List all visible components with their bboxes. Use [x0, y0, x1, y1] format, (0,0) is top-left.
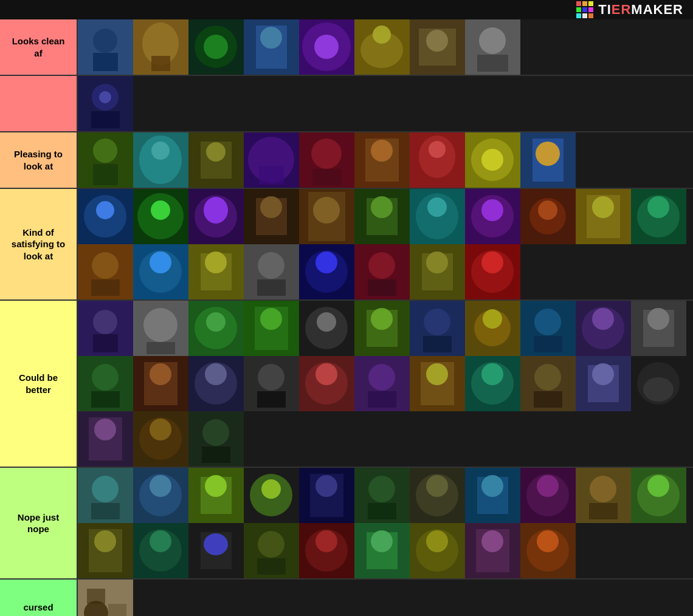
- tier-item: [78, 580, 133, 616]
- tier-item: [465, 356, 520, 411]
- tier-item: [78, 132, 133, 188]
- svg-rect-26: [91, 111, 120, 128]
- svg-point-104: [368, 252, 395, 279]
- tier-item: [465, 19, 520, 75]
- tier-item: [299, 189, 354, 244]
- tier-items-e: [78, 580, 693, 616]
- tier-item: [188, 132, 244, 188]
- svg-rect-147: [91, 391, 120, 408]
- tier-item: [520, 132, 576, 188]
- tier-label-b: Kind ofsatisfying tolook at: [0, 189, 78, 299]
- tier-item: [520, 356, 576, 411]
- tier-label-c: Could bebetter: [0, 301, 78, 467]
- svg-point-141: [592, 308, 614, 330]
- svg-point-174: [592, 363, 614, 385]
- svg-point-81: [538, 200, 557, 220]
- tier-item: [133, 132, 188, 188]
- tier-item: [188, 468, 244, 523]
- svg-point-192: [150, 475, 171, 497]
- tier-item: [465, 468, 520, 523]
- svg-point-146: [92, 364, 119, 391]
- svg-point-57: [96, 201, 114, 219]
- tier-item: [133, 189, 188, 244]
- tier-item: [133, 301, 188, 356]
- tiermaker-logo: TiERMAKER: [576, 1, 683, 18]
- tier-item: [133, 356, 188, 411]
- svg-point-207: [426, 475, 448, 497]
- svg-rect-2: [93, 53, 118, 71]
- tier-item: [520, 301, 576, 356]
- svg-point-102: [315, 252, 337, 273]
- svg-point-78: [481, 199, 503, 221]
- svg-rect-30: [93, 164, 118, 185]
- tier-item: [299, 356, 354, 411]
- tier-item: [188, 411, 244, 467]
- tier-item: [354, 189, 410, 244]
- tier-items-c: [78, 301, 693, 467]
- svg-point-240: [426, 530, 448, 552]
- svg-point-213: [537, 475, 559, 497]
- empty-space: [133, 580, 693, 616]
- svg-point-66: [260, 196, 282, 218]
- tier-item: [188, 301, 244, 356]
- svg-point-165: [426, 363, 448, 385]
- tier-item: [78, 523, 133, 578]
- tier-item: [631, 468, 686, 523]
- svg-point-234: [315, 530, 337, 552]
- tier-label-e: cursed: [0, 580, 78, 616]
- tier-item: [299, 244, 354, 299]
- tier-row-c: Could bebetter: [0, 301, 693, 468]
- tier-item: [410, 301, 465, 356]
- svg-rect-162: [368, 391, 396, 408]
- tier-items-s2: [78, 76, 693, 131]
- svg-point-20: [426, 30, 448, 52]
- svg-rect-39: [259, 166, 284, 185]
- tier-row-s2: [0, 76, 693, 132]
- svg-point-60: [151, 200, 170, 220]
- tier-item: [410, 19, 465, 75]
- svg-point-1: [93, 29, 117, 53]
- svg-point-84: [592, 196, 614, 218]
- svg-point-225: [150, 530, 171, 552]
- svg-rect-42: [312, 169, 341, 185]
- tier-item: [78, 76, 133, 131]
- tier-item: [78, 19, 133, 75]
- svg-rect-5: [151, 56, 170, 71]
- tier-item: [354, 356, 410, 411]
- tier-item: [78, 468, 133, 523]
- svg-point-129: [371, 308, 393, 330]
- tier-item: [78, 244, 133, 299]
- tier-item: [354, 244, 410, 299]
- svg-point-153: [205, 363, 227, 385]
- svg-point-183: [150, 419, 171, 440]
- tier-item: [354, 468, 410, 523]
- svg-point-150: [150, 363, 171, 385]
- tier-item: [188, 356, 244, 411]
- svg-point-131: [424, 309, 450, 335]
- tier-row-b: Kind ofsatisfying tolook at: [0, 189, 693, 301]
- svg-point-161: [368, 364, 395, 391]
- svg-point-51: [481, 149, 503, 171]
- svg-point-230: [258, 531, 284, 558]
- tier-item: [188, 189, 244, 244]
- empty-space: [244, 411, 693, 467]
- logo-grid-icon: [576, 1, 593, 18]
- empty-space: [576, 523, 693, 578]
- svg-point-54: [536, 142, 560, 166]
- svg-point-246: [537, 530, 559, 552]
- tier-items-a: [78, 132, 693, 188]
- svg-point-137: [534, 309, 561, 335]
- empty-space: [133, 76, 693, 131]
- svg-point-170: [534, 364, 561, 391]
- svg-rect-105: [368, 279, 396, 296]
- svg-point-22: [479, 27, 506, 54]
- tier-item: [410, 523, 465, 578]
- tier-item: [631, 189, 686, 244]
- tier-item: [576, 356, 631, 411]
- svg-point-69: [313, 197, 340, 224]
- tier-item: [133, 468, 188, 523]
- tier-item: [188, 244, 244, 299]
- tier-label-s: Looks cleanaf: [0, 19, 78, 75]
- svg-rect-231: [257, 558, 286, 575]
- tier-item: [244, 19, 299, 75]
